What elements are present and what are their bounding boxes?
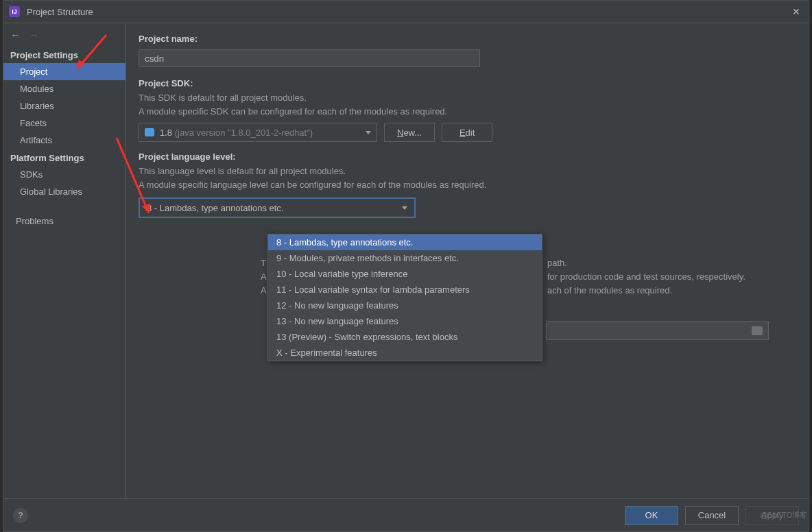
dropdown-option[interactable]: 10 - Local variable type inference — [268, 266, 542, 282]
project-structure-dialog: IJ Project Structure ✕ ← → Project Setti… — [3, 0, 809, 532]
ok-button[interactable]: OK — [625, 506, 678, 525]
close-icon[interactable]: ✕ — [789, 3, 803, 20]
content-panel: Project name: Project SDK: This SDK is d… — [126, 23, 809, 498]
sidebar-header-project: Project Settings — [3, 46, 126, 63]
sidebar-item-facets[interactable]: Facets — [3, 114, 126, 132]
back-arrow-icon[interactable]: ← — [10, 29, 21, 40]
sidebar-item-problems[interactable]: Problems — [3, 213, 126, 230]
compiler-help-2: for production code and test sources, re… — [547, 270, 745, 284]
dropdown-option[interactable]: 13 (Preview) - Switch expressions, text … — [268, 329, 542, 345]
language-level-value: 8 - Lambdas, type annotations etc. — [147, 203, 402, 213]
lang-help-1: This language level is default for all p… — [139, 165, 796, 178]
folder-icon[interactable] — [752, 326, 763, 335]
sidebar: ← → Project Settings Project Modules Lib… — [3, 23, 126, 498]
dropdown-option[interactable]: 12 - No new language features — [268, 298, 542, 313]
chevron-down-icon — [366, 131, 371, 134]
sdk-help-2: A module specific SDK can be configured … — [139, 105, 796, 119]
dropdown-option[interactable]: 9 - Modules, private methods in interfac… — [268, 250, 542, 266]
language-level-combo[interactable]: 8 - Lambdas, type annotations etc. — [139, 197, 416, 218]
compiler-help-1: path. — [547, 256, 567, 270]
watermark: @51CTO博客 — [761, 510, 807, 520]
sidebar-item-artifacts[interactable]: Artifacts — [3, 132, 126, 149]
sidebar-item-sdks[interactable]: SDKs — [3, 166, 126, 183]
dropdown-option[interactable]: X - Experimental features — [268, 345, 542, 361]
project-name-label: Project name: — [139, 34, 796, 44]
project-name-input[interactable] — [139, 49, 480, 67]
intellij-icon: IJ — [9, 6, 20, 17]
nav-arrows: ← → — [3, 23, 126, 46]
help-icon[interactable]: ? — [13, 508, 28, 523]
project-sdk-label: Project SDK: — [139, 78, 796, 88]
window-title: Project Structure — [27, 7, 789, 17]
button-bar: ? OK Cancel Apply — [3, 498, 809, 531]
sidebar-item-libraries[interactable]: Libraries — [3, 97, 126, 114]
chevron-down-icon — [402, 206, 407, 210]
sdk-combo-text: 1.8 (java version "1.8.0_201-2-redhat") — [160, 128, 366, 138]
compiler-output-input[interactable] — [546, 321, 769, 340]
titlebar: IJ Project Structure ✕ — [3, 1, 809, 23]
language-level-dropdown: 8 - Lambdas, type annotations etc. 9 - M… — [267, 234, 542, 361]
project-sdk-combo[interactable]: 1.8 (java version "1.8.0_201-2-redhat") — [139, 123, 377, 142]
sidebar-header-platform: Platform Settings — [3, 149, 126, 166]
sidebar-item-global-libraries[interactable]: Global Libraries — [3, 183, 126, 200]
obscured-text: A — [261, 284, 267, 298]
cancel-button[interactable]: Cancel — [685, 506, 739, 525]
language-level-label: Project language level: — [139, 152, 796, 162]
dropdown-option[interactable]: 8 - Lambdas, type annotations etc. — [268, 234, 542, 250]
sidebar-item-modules[interactable]: Modules — [3, 80, 126, 97]
edit-sdk-button[interactable]: Edit — [442, 123, 492, 142]
compiler-help-3: ach of the modules as required. — [547, 284, 672, 298]
sdk-help-1: This SDK is default for all project modu… — [139, 91, 796, 105]
forward-arrow-icon[interactable]: → — [29, 29, 39, 40]
dropdown-option[interactable]: 11 - Local variable syntax for lambda pa… — [268, 282, 542, 298]
lang-help-2: A module specific language level can be … — [139, 178, 796, 192]
obscured-text: T — [261, 256, 266, 270]
new-sdk-button[interactable]: New... — [384, 123, 435, 142]
sidebar-item-project[interactable]: Project — [3, 63, 126, 80]
obscured-text: A — [261, 270, 267, 284]
dropdown-option[interactable]: 13 - No new language features — [268, 313, 542, 329]
dialog-body: ← → Project Settings Project Modules Lib… — [3, 23, 809, 498]
jdk-icon — [145, 128, 154, 136]
